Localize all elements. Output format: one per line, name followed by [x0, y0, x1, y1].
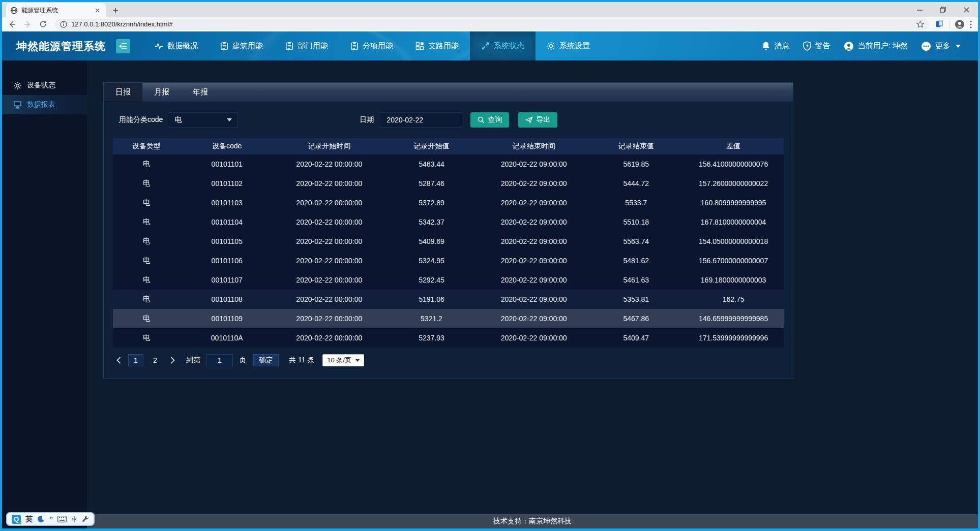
ime-punctuation-toggle[interactable]: ’’: [49, 515, 53, 523]
nav-item-branch-energy[interactable]: 支路用能: [404, 32, 470, 60]
table-row[interactable]: 电0010110A2020-02-22 00:00:005237.932020-…: [113, 328, 784, 348]
table-row[interactable]: 电001011012020-02-22 00:00:005463.442020-…: [113, 154, 784, 174]
table-cell: 5563.74: [589, 232, 683, 251]
tab-close-icon[interactable]: [93, 6, 102, 15]
table-cell: 5619.85: [589, 154, 683, 174]
new-tab-icon[interactable]: [111, 6, 120, 15]
browser-tab[interactable]: 能源管理系统: [6, 3, 106, 17]
monitor-icon: [13, 101, 22, 109]
messages-button[interactable]: 消息: [761, 41, 790, 51]
report-table-body: 电001011012020-02-22 00:00:005463.442020-…: [113, 154, 784, 348]
clipboard-icon: [350, 42, 359, 50]
table-row[interactable]: 电001011082020-02-22 00:00:005191.062020-…: [113, 290, 784, 309]
ime-split-icon[interactable]: [71, 516, 77, 523]
url-text[interactable]: 127.0.0.1:8020/krznnh/index.html#: [71, 20, 912, 28]
ime-logo-icon[interactable]: Q: [12, 515, 21, 524]
table-cell: 167.8100000000004: [683, 212, 784, 232]
more-label: 更多: [935, 41, 951, 51]
next-page-icon[interactable]: [167, 354, 178, 366]
date-label: 日期: [360, 115, 374, 124]
table-cell: 5287.46: [384, 174, 479, 193]
table-header-row: 设备类型 设备code 记录开始时间 记录开始值 记录结束时间 记录结束值 差值: [113, 138, 784, 154]
url-bar[interactable]: 127.0.0.1:8020/krznnh/index.html#: [55, 19, 929, 30]
close-icon[interactable]: [955, 2, 978, 17]
current-user[interactable]: 当前用户: 坤然: [844, 41, 908, 51]
page-number-2[interactable]: 2: [147, 354, 163, 366]
nav-item-department-energy[interactable]: 部门用能: [274, 32, 339, 60]
table-cell: 2020-02-22 09:00:00: [479, 193, 589, 212]
menu-collapse-button[interactable]: [116, 39, 130, 53]
search-button[interactable]: 查询: [470, 112, 509, 128]
wrench-icon[interactable]: [82, 516, 89, 523]
bell-icon: [761, 41, 770, 51]
page-number-1[interactable]: 1: [128, 354, 143, 366]
browser-menu-icon[interactable]: [970, 20, 972, 28]
chevron-down-icon: [227, 118, 232, 121]
reload-icon[interactable]: [37, 18, 49, 30]
alerts-button[interactable]: 警告: [803, 41, 830, 51]
table-row[interactable]: 电001011032020-02-22 00:00:005372.892020-…: [113, 193, 784, 212]
bookmark-star-icon[interactable]: [916, 20, 924, 28]
confirm-button[interactable]: 确定: [253, 354, 279, 366]
table-cell: 电: [113, 193, 180, 212]
back-icon[interactable]: [6, 18, 18, 30]
table-cell: 5372.89: [384, 193, 479, 212]
nav-item-building-energy[interactable]: 建筑用能: [209, 32, 274, 60]
gear-icon: [547, 42, 555, 50]
tab-yearly[interactable]: 年报: [181, 83, 220, 102]
table-row[interactable]: 电001011022020-02-22 00:00:005287.462020-…: [113, 174, 784, 193]
table-row[interactable]: 电001011062020-02-22 00:00:005324.952020-…: [113, 251, 784, 270]
more-menu[interactable]: 更多: [921, 41, 961, 51]
tools-icon: [481, 42, 490, 50]
table-cell: 00101109: [180, 309, 274, 328]
profile-avatar-icon[interactable]: [955, 19, 965, 29]
nav-item-subitem-energy[interactable]: 分项用能: [339, 32, 404, 60]
tab-daily[interactable]: 日报: [104, 83, 142, 102]
prev-page-icon[interactable]: [113, 354, 124, 366]
sidebar-item-data-report[interactable]: 数据报表: [2, 95, 87, 114]
nav-item-system-settings[interactable]: 系统设置: [536, 32, 601, 60]
ime-language-toggle[interactable]: 英: [25, 515, 33, 524]
table-cell: 00101104: [180, 212, 274, 232]
table-cell: 2020-02-22 00:00:00: [274, 232, 385, 251]
category-select[interactable]: 电: [169, 112, 237, 128]
extension-icon[interactable]: [935, 20, 944, 28]
table-cell: 电: [113, 212, 180, 232]
col-start-time: 记录开始时间: [274, 138, 385, 154]
export-button[interactable]: 导出: [518, 112, 557, 128]
minimize-icon[interactable]: [908, 2, 931, 17]
table-cell: 2020-02-22 09:00:00: [479, 309, 589, 328]
sidebar-item-device-status[interactable]: 设备状态: [2, 76, 87, 95]
clipboard-icon: [285, 42, 293, 50]
navbar-right: 消息 警告 当前用户: 坤然 更多: [761, 32, 978, 60]
nav-item-data-overview[interactable]: 数据概况: [143, 32, 209, 60]
nav-item-label: 分项用能: [363, 41, 393, 51]
tab-monthly[interactable]: 月报: [142, 83, 181, 102]
page-size-select[interactable]: 10 条/页: [322, 354, 364, 366]
restore-icon[interactable]: [931, 2, 955, 17]
moon-icon[interactable]: [37, 515, 45, 523]
table-row[interactable]: 电001011042020-02-22 00:00:005342.372020-…: [113, 212, 784, 232]
ellipsis-circle-icon: [921, 41, 931, 51]
table-cell: 2020-02-22 09:00:00: [479, 154, 589, 174]
table-row[interactable]: 电001011072020-02-22 00:00:005292.452020-…: [113, 270, 784, 290]
site-info-icon[interactable]: [60, 21, 67, 28]
table-row[interactable]: 电001011052020-02-22 00:00:005409.692020-…: [113, 232, 784, 251]
keyboard-icon[interactable]: [57, 516, 67, 522]
col-diff: 差值: [683, 138, 784, 154]
nav-menu: 数据概况 建筑用能 部门用能 分项用能 支路用能 系统状态: [143, 32, 601, 60]
table-cell: 00101102: [180, 174, 274, 193]
table-cell: 2020-02-22 00:00:00: [274, 270, 385, 290]
nav-item-label: 系统状态: [494, 41, 524, 51]
window-controls: [908, 2, 978, 17]
table-cell: 2020-02-22 09:00:00: [479, 270, 589, 290]
table-cell: 5237.93: [384, 328, 479, 348]
date-input[interactable]: [380, 112, 461, 128]
goto-page-input[interactable]: [206, 354, 233, 366]
table-row[interactable]: 电001011092020-02-22 00:00:005321.22020-0…: [113, 309, 784, 328]
report-panel: 日报 月报 年报 用能分类code 电 日期: [103, 82, 793, 379]
nav-item-system-status[interactable]: 系统状态: [470, 32, 536, 60]
table-cell: 5467.86: [589, 309, 683, 328]
forward-icon[interactable]: [21, 18, 34, 30]
sidebar-item-label: 设备状态: [27, 81, 55, 90]
